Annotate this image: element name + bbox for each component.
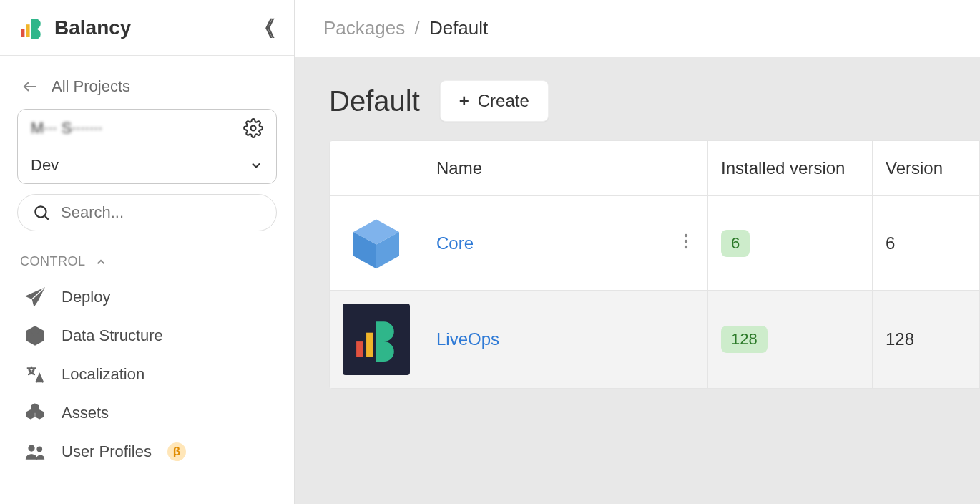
svg-point-12	[685, 239, 687, 242]
th-installed: Installed version	[707, 141, 872, 195]
th-name: Name	[423, 141, 707, 195]
td-version: 6	[872, 196, 979, 290]
env-selector[interactable]: Dev	[18, 147, 276, 183]
svg-point-4	[35, 206, 46, 217]
sidebar-item-label: Deploy	[62, 288, 110, 306]
create-button[interactable]: + Create	[440, 80, 549, 122]
svg-point-7	[37, 447, 42, 452]
table-header: Name Installed version Version	[330, 141, 979, 196]
table-row: LiveOps128128	[330, 291, 979, 389]
package-link[interactable]: LiveOps	[436, 329, 499, 349]
beta-badge: β	[167, 442, 186, 461]
installed-version-badge: 128	[721, 326, 768, 353]
breadcrumb: Packages / Default	[295, 0, 980, 57]
brand-logo-icon	[20, 16, 43, 39]
sidebar-item-label: Data Structure	[62, 326, 163, 345]
breadcrumb-separator: /	[414, 17, 419, 39]
gear-icon[interactable]	[243, 118, 263, 138]
packages-table: Name Installed version Version Core66Liv…	[329, 140, 980, 389]
package-link[interactable]: Core	[436, 233, 474, 253]
page-title: Default	[329, 85, 420, 117]
project-name-row[interactable]: M··· S·······	[18, 110, 276, 147]
sidebar-header: Balancy 〈〈	[0, 0, 294, 56]
sidebar-item-label: Assets	[62, 404, 109, 422]
svg-rect-15	[366, 333, 373, 357]
create-button-label: Create	[478, 91, 529, 111]
collapse-sidebar-button[interactable]: 〈〈	[265, 16, 274, 39]
sidebar-body: All Projects M··· S······· Dev	[0, 56, 294, 484]
th-icon	[330, 151, 423, 185]
chevron-up-icon	[94, 256, 107, 268]
table-row: Core66	[330, 196, 979, 291]
td-name: LiveOps	[423, 291, 707, 388]
td-installed: 6	[707, 196, 872, 290]
sidebar-item-user-profiles[interactable]: User Profiles β	[17, 432, 277, 471]
svg-point-13	[685, 245, 687, 248]
svg-line-5	[45, 216, 49, 220]
search-input[interactable]	[61, 203, 262, 222]
paper-plane-icon	[24, 286, 46, 308]
brand-name: Balancy	[54, 16, 131, 39]
td-icon	[330, 196, 423, 290]
breadcrumb-root[interactable]: Packages	[323, 17, 405, 39]
env-label: Dev	[31, 156, 59, 175]
page-header: Default + Create	[295, 57, 980, 140]
svg-point-3	[251, 126, 256, 131]
brand: Balancy	[20, 16, 131, 39]
chevron-down-icon	[249, 158, 263, 173]
td-name: Core	[423, 196, 707, 290]
boxes-icon	[24, 402, 46, 424]
sidebar-item-label: Localization	[62, 365, 144, 384]
svg-point-11	[685, 233, 687, 236]
sidebar-item-assets[interactable]: Assets	[17, 394, 277, 432]
cube-icon	[348, 215, 405, 272]
sidebar-item-label: User Profiles	[62, 442, 152, 461]
project-name: M··· S·······	[31, 119, 102, 137]
translate-icon	[24, 364, 46, 385]
cube-outline-icon	[24, 325, 46, 346]
all-projects-link[interactable]: All Projects	[17, 69, 277, 109]
sidebar: Balancy 〈〈 All Projects M··· S······· De…	[0, 0, 295, 504]
th-version: Version	[872, 141, 979, 195]
liveops-icon	[343, 304, 410, 375]
plus-icon: +	[459, 92, 469, 110]
row-menu-icon[interactable]	[677, 230, 695, 257]
svg-rect-0	[21, 29, 25, 37]
td-icon	[330, 291, 423, 388]
svg-rect-14	[356, 341, 363, 357]
all-projects-label: All Projects	[52, 77, 130, 96]
search-field[interactable]	[17, 194, 277, 231]
svg-point-6	[29, 445, 34, 451]
section-control-toggle[interactable]: CONTROL	[17, 248, 277, 278]
section-control-label: CONTROL	[20, 254, 86, 269]
main-area: Packages / Default Default + Create Name…	[295, 0, 980, 504]
search-icon	[32, 203, 51, 222]
table-body: Core66LiveOps128128	[330, 196, 979, 389]
users-icon	[24, 441, 46, 462]
arrow-left-icon	[21, 78, 39, 95]
svg-rect-1	[26, 24, 30, 37]
td-version: 128	[872, 291, 979, 388]
sidebar-item-localization[interactable]: Localization	[17, 355, 277, 394]
td-installed: 128	[707, 291, 872, 388]
sidebar-item-deploy[interactable]: Deploy	[17, 278, 277, 316]
sidebar-item-data-structure[interactable]: Data Structure	[17, 316, 277, 355]
breadcrumb-current: Default	[429, 17, 488, 39]
project-selector: M··· S······· Dev	[17, 109, 277, 184]
installed-version-badge: 6	[721, 230, 750, 257]
